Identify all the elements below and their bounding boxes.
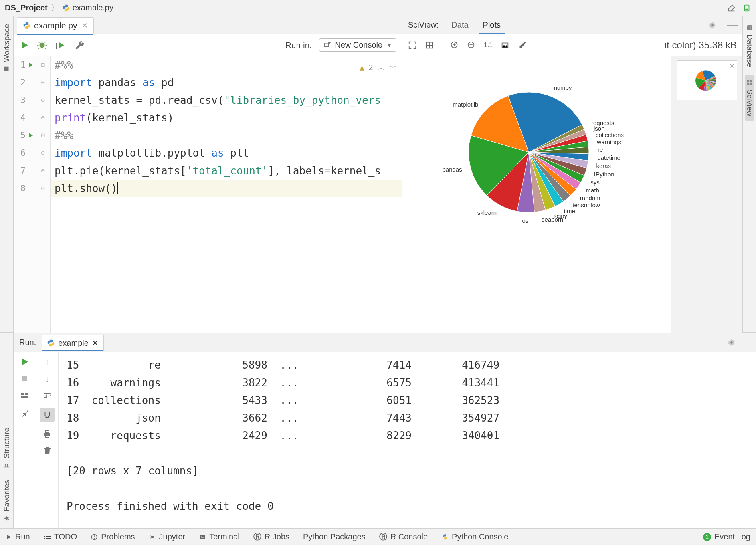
run-in-label: Run in: xyxy=(285,40,312,50)
zoom-out-icon[interactable] xyxy=(467,41,476,50)
svg-rect-43 xyxy=(22,376,27,381)
svg-text:json: json xyxy=(593,125,605,132)
r-icon: Ⓡ xyxy=(253,531,261,542)
python-file-icon xyxy=(23,22,31,30)
jupyter-icon xyxy=(149,533,156,541)
soft-wrap-icon[interactable] xyxy=(42,391,52,400)
bottom-python-packages[interactable]: Python Packages xyxy=(303,532,366,541)
trash-icon[interactable] xyxy=(42,446,52,456)
pie-chart: numpyrequestsjsoncollectionswarningsreda… xyxy=(424,56,649,244)
inspection-badges[interactable]: ▲ 2 ︿ ﹀ xyxy=(360,59,397,76)
bottom-todo[interactable]: ≔TODO xyxy=(44,532,77,542)
svg-text:sys: sys xyxy=(590,179,600,186)
event-count-badge: 1 xyxy=(703,533,711,541)
python-file-icon xyxy=(62,4,70,12)
rerun-icon[interactable] xyxy=(20,357,30,367)
sciview-title: SciView: xyxy=(408,20,439,30)
svg-text:re: re xyxy=(598,146,603,153)
svg-text:seaborn: seaborn xyxy=(542,216,563,223)
warning-count: 2 xyxy=(368,59,373,76)
editor-tab-example[interactable]: example.py ✕ xyxy=(17,17,94,34)
bottom-run[interactable]: Run xyxy=(6,532,30,541)
run-console[interactable]: 15 re 5898 ... 7414 416749 16 warnings 3… xyxy=(59,352,756,528)
sciview-icon xyxy=(746,79,753,86)
scroll-to-end-icon[interactable] xyxy=(40,408,55,422)
sidebar-sciview[interactable]: SciView xyxy=(745,75,754,120)
down-icon[interactable]: ↓ xyxy=(42,374,52,384)
svg-point-1 xyxy=(67,10,67,11)
sidebar-workspace[interactable]: Workspace xyxy=(2,24,11,73)
bottom-rjobs[interactable]: ⓇR Jobs xyxy=(253,531,289,542)
zoom-in-icon[interactable] xyxy=(450,41,459,50)
python-file-icon xyxy=(47,339,55,347)
settings-wrench-icon[interactable] xyxy=(75,40,85,50)
chevron-down-icon: ▼ xyxy=(386,42,392,48)
run-tab-example[interactable]: example ✕ xyxy=(42,335,104,351)
right-tool-sidebar: Database SciView xyxy=(742,16,756,333)
grid-icon[interactable] xyxy=(425,41,434,50)
breadcrumb-file-label: example.py xyxy=(73,3,113,12)
stop-icon[interactable] xyxy=(20,374,30,384)
database-icon xyxy=(746,24,753,31)
sidebar-database[interactable]: Database xyxy=(745,24,754,67)
svg-point-0 xyxy=(65,5,65,6)
breadcrumb-file[interactable]: example.py xyxy=(62,3,113,12)
svg-rect-4 xyxy=(4,67,9,71)
sidebar-structure[interactable]: Structure xyxy=(2,428,11,469)
close-icon[interactable]: ✕ xyxy=(82,21,88,30)
code-editor[interactable]: 1 ⊟2 ⊖3 ⊖4 ⊖5 ⊟6 ⊖7 ⊖8 ⊖ ▲ 2 ︿ ﹀ #%%impo… xyxy=(14,56,402,333)
sidebar-favorites[interactable]: Favorites xyxy=(2,480,11,522)
editor-tab-label: example.py xyxy=(34,21,77,30)
bottom-tool-bar: Run ≔TODO Problems Jupyter Terminal ⓇR J… xyxy=(0,528,756,545)
breadcrumb-separator-icon: 〉 xyxy=(51,2,59,13)
bottom-python-console[interactable]: Python Console xyxy=(441,532,508,541)
bottom-jupyter[interactable]: Jupyter xyxy=(149,532,186,541)
run-side-nav: ↑ ↓ xyxy=(36,352,59,528)
run-tab-label: example xyxy=(58,339,89,348)
svg-rect-3 xyxy=(745,8,748,10)
editor-lines[interactable]: ▲ 2 ︿ ﹀ #%%import pandas as pdkernel_sta… xyxy=(51,56,402,333)
conda-env-icon[interactable] xyxy=(742,4,751,12)
close-icon[interactable]: ✕ xyxy=(92,338,99,348)
bottom-rconsole[interactable]: ⓇR Console xyxy=(379,531,428,542)
debug-cell-button[interactable] xyxy=(37,40,47,50)
run-and-move-button[interactable]: | xyxy=(55,40,67,50)
minimize-icon[interactable]: — xyxy=(728,21,737,30)
breadcrumb-project[interactable]: DS_Project xyxy=(5,3,48,12)
fit-icon[interactable] xyxy=(408,41,417,50)
editor-tab-strip: example.py ✕ xyxy=(14,16,402,34)
svg-text:IPython: IPython xyxy=(594,171,615,178)
svg-point-7 xyxy=(40,42,45,48)
chevron-down-icon[interactable]: ﹀ xyxy=(389,59,397,76)
run-in-select[interactable]: + New Console ▼ xyxy=(319,38,396,52)
editor-panel: example.py ✕ | Run in: xyxy=(14,16,402,333)
eyedropper-icon[interactable] xyxy=(517,41,526,50)
left-tool-sidebar: Workspace xyxy=(0,16,14,333)
bottom-event-log[interactable]: 1 Event Log xyxy=(703,532,750,541)
sciview-tab-plots[interactable]: Plots xyxy=(481,16,502,34)
svg-rect-36 xyxy=(750,80,752,82)
bottom-problems[interactable]: Problems xyxy=(91,532,135,541)
plot-thumbnail[interactable]: ✕ xyxy=(677,60,737,100)
up-icon[interactable]: ↑ xyxy=(42,357,52,367)
svg-rect-37 xyxy=(750,83,752,85)
gear-icon[interactable] xyxy=(727,338,736,347)
gear-icon[interactable] xyxy=(708,21,717,30)
print-icon[interactable] xyxy=(42,429,52,439)
chart-area[interactable]: numpyrequestsjsoncollectionswarningsreda… xyxy=(402,56,671,333)
svg-rect-49 xyxy=(46,435,49,437)
sciview-tab-data[interactable]: Data xyxy=(450,16,470,34)
close-icon[interactable]: ✕ xyxy=(729,62,734,70)
actual-size-icon[interactable]: 1:1 xyxy=(484,41,493,50)
chevron-up-icon[interactable]: ︿ xyxy=(377,59,385,76)
bottom-terminal[interactable]: Terminal xyxy=(199,532,240,541)
export-icon[interactable] xyxy=(501,41,509,50)
pin-icon[interactable] xyxy=(20,408,30,417)
svg-text:tensorflow: tensorflow xyxy=(572,202,600,208)
run-cell-button[interactable] xyxy=(19,40,30,50)
svg-rect-38 xyxy=(747,80,749,82)
edit-scratch-icon[interactable] xyxy=(727,4,736,12)
minimize-icon[interactable]: — xyxy=(742,338,750,347)
layout-icon[interactable] xyxy=(20,391,30,400)
plot-thumbnails: ✕ xyxy=(671,56,742,333)
